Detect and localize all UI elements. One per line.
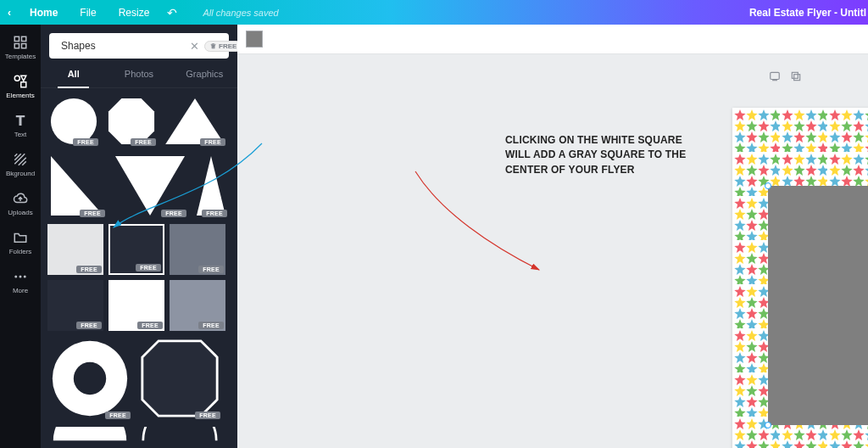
svg-marker-19: [142, 341, 217, 416]
svg-marker-15: [115, 156, 185, 216]
rail-background[interactable]: Bkground: [0, 152, 41, 177]
svg-marker-16: [197, 156, 225, 216]
svg-point-4: [14, 76, 19, 81]
file-button[interactable]: File: [69, 0, 107, 25]
elements-icon: [13, 74, 28, 89]
crown-icon: ♕: [210, 42, 216, 50]
save-status: All changes saved: [203, 8, 278, 18]
uploads-icon: [13, 191, 28, 206]
svg-rect-0: [14, 36, 19, 41]
svg-point-6: [14, 276, 17, 278]
svg-rect-22: [792, 72, 798, 78]
rail-templates[interactable]: Templates: [0, 35, 41, 60]
fill-color-swatch[interactable]: [246, 31, 263, 48]
rail-uploads[interactable]: Uploads: [0, 191, 41, 216]
notes-icon[interactable]: [768, 70, 782, 82]
clear-search-icon[interactable]: ✕: [190, 40, 199, 53]
shape-partial-2[interactable]: [137, 426, 222, 443]
search-input-wrap: ✕ ♕FREE: [49, 33, 229, 59]
svg-rect-5: [21, 82, 26, 87]
resize-handle-bl[interactable]: [765, 422, 771, 428]
rail-more[interactable]: More: [0, 269, 41, 294]
shape-square-dark[interactable]: FREE: [47, 280, 103, 331]
tab-all[interactable]: All: [41, 69, 106, 87]
shapes-grid: FREE FREE FREE FREE FRE: [41, 88, 237, 448]
templates-icon: [13, 35, 28, 50]
rail-folders[interactable]: Folders: [0, 230, 41, 255]
svg-rect-3: [22, 44, 26, 48]
text-icon: [13, 113, 28, 128]
svg-point-7: [19, 276, 22, 278]
svg-point-8: [24, 276, 26, 278]
shape-right-triangle[interactable]: FREE: [47, 153, 107, 219]
shape-square-white[interactable]: FREE: [108, 280, 164, 331]
shape-triangle[interactable]: FREE: [163, 95, 227, 148]
svg-rect-21: [794, 75, 800, 81]
folders-icon: [13, 230, 28, 245]
shape-partial-1[interactable]: [47, 426, 132, 443]
gray-square-element[interactable]: ↻: [768, 186, 868, 425]
svg-rect-1: [22, 36, 26, 41]
undo-icon[interactable]: ↶: [160, 6, 184, 20]
canvas-area: ↻ CLICKING ON THE WHITE SQUARE WILL ADD …: [237, 25, 868, 448]
elements-panel: ✕ ♕FREE All Photos Graphics FREE FREE: [41, 25, 237, 448]
search-input[interactable]: [59, 39, 190, 53]
shape-inverted-triangle[interactable]: FREE: [112, 153, 188, 219]
resize-button[interactable]: Resize: [108, 0, 161, 25]
home-button[interactable]: Home: [19, 0, 69, 25]
background-icon: [13, 152, 28, 167]
shape-square-outline-dark[interactable]: FREE: [108, 224, 164, 275]
svg-point-11: [51, 98, 97, 144]
more-icon: [13, 269, 28, 284]
shape-rounded-octagon[interactable]: FREE: [137, 336, 222, 421]
document-title[interactable]: Real Estate Flyer - Untitl: [749, 7, 868, 19]
svg-marker-13: [165, 98, 225, 144]
annotation-text: CLICKING ON THE WHITE SQUARE WILL ADD A …: [505, 133, 686, 177]
shape-square-bluegray[interactable]: FREE: [170, 280, 225, 331]
rail-elements[interactable]: Elements: [0, 74, 41, 99]
panel-tabs: All Photos Graphics: [41, 69, 237, 88]
shape-narrow-triangle[interactable]: FREE: [193, 153, 229, 219]
rail-text[interactable]: Text: [0, 113, 41, 138]
shape-square-light[interactable]: FREE: [47, 224, 103, 275]
left-rail: Templates Elements Text Bkground Uploads…: [0, 25, 41, 448]
shape-octagon[interactable]: FREE: [105, 95, 158, 148]
shape-circle[interactable]: FREE: [47, 95, 100, 148]
flyer-page[interactable]: ↻: [732, 108, 868, 448]
svg-marker-14: [51, 156, 103, 216]
duplicate-page-icon[interactable]: [790, 70, 802, 82]
svg-point-18: [74, 362, 106, 395]
svg-rect-2: [14, 44, 19, 48]
resize-handle-tl[interactable]: [765, 182, 771, 189]
svg-rect-20: [771, 72, 780, 79]
tab-graphics[interactable]: Graphics: [172, 69, 237, 87]
element-toolbar: [237, 25, 868, 54]
shape-donut[interactable]: FREE: [47, 336, 132, 421]
shape-square-gray[interactable]: FREE: [170, 224, 225, 275]
top-bar: ‹ Home File Resize ↶ All changes saved R…: [0, 0, 868, 25]
svg-marker-12: [108, 98, 154, 144]
back-chevron-icon[interactable]: ‹: [0, 7, 19, 19]
tab-photos[interactable]: Photos: [106, 69, 171, 87]
